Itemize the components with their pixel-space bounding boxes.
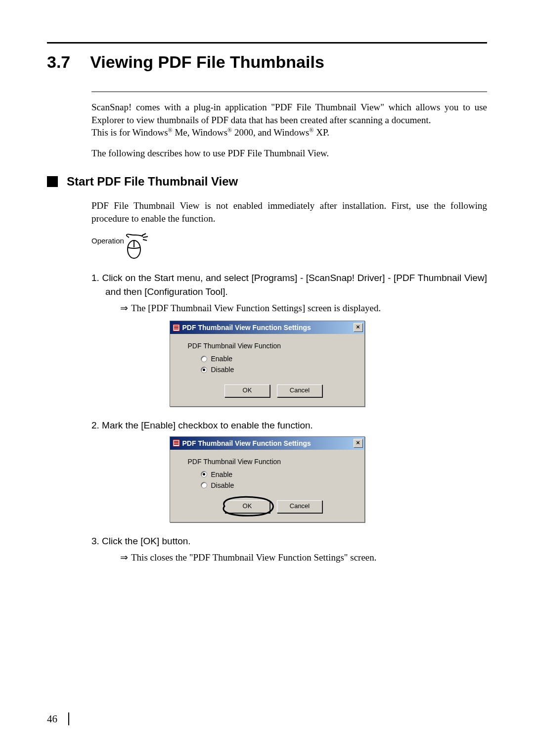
sub-rule xyxy=(91,92,487,92)
step-1-result: ⇒The [PDF Thumbnail View Function Settin… xyxy=(120,302,487,314)
radio-enable[interactable]: Enable xyxy=(194,355,354,363)
operation-label: Operation xyxy=(91,236,124,245)
close-button[interactable]: × xyxy=(354,439,363,448)
square-bullet-icon xyxy=(47,176,58,187)
radio-icon xyxy=(201,356,207,362)
section-title-text: Viewing PDF File Thumbnails xyxy=(90,52,324,71)
intro-paragraph-1: ScanSnap! comes with a plug-in applicati… xyxy=(91,101,487,139)
dialog-body: PDF Thumbnail View Function Enable Disab… xyxy=(170,334,364,406)
section-heading: 3.7Viewing PDF File Thumbnails xyxy=(47,52,487,72)
sub-paragraph: PDF File Thumbnail View is not enabled i… xyxy=(91,199,487,225)
close-button[interactable]: × xyxy=(354,323,363,332)
svg-rect-9 xyxy=(174,444,178,445)
dialog-titlebar: PDF Thumbnail View Function Settings × xyxy=(170,437,364,450)
top-rule xyxy=(47,42,487,44)
radio-disable-label: Disable xyxy=(211,366,234,374)
radio-icon xyxy=(201,367,207,373)
dialog-settings-2: PDF Thumbnail View Function Settings × P… xyxy=(170,436,365,522)
svg-rect-7 xyxy=(174,441,178,442)
section-number: 3.7 xyxy=(47,52,70,72)
step-3: 3. Click the [OK] button. xyxy=(91,534,487,548)
radio-enable-label: Enable xyxy=(211,355,233,363)
svg-rect-3 xyxy=(174,326,178,327)
arrow-icon: ⇒ xyxy=(120,303,128,313)
ok-button[interactable]: OK xyxy=(224,384,270,397)
cancel-button[interactable]: Cancel xyxy=(277,384,322,397)
ok-highlight-wrap: OK xyxy=(224,500,270,513)
radio-disable[interactable]: Disable xyxy=(194,366,354,374)
svg-rect-4 xyxy=(174,327,178,328)
dialog-title: PDF Thumbnail View Function Settings xyxy=(182,439,311,447)
footer-divider xyxy=(68,712,69,725)
dialog-settings-1: PDF Thumbnail View Function Settings × P… xyxy=(170,321,365,407)
radio-disable-label: Disable xyxy=(211,481,234,489)
app-icon xyxy=(173,439,180,447)
ok-button[interactable]: OK xyxy=(224,500,270,513)
dialog-titlebar: PDF Thumbnail View Function Settings × xyxy=(170,321,364,334)
dialog-body: PDF Thumbnail View Function Enable Disab… xyxy=(170,450,364,522)
radio-icon xyxy=(201,471,207,477)
svg-rect-5 xyxy=(174,329,178,330)
mouse-icon xyxy=(125,233,153,260)
radio-disable[interactable]: Disable xyxy=(194,481,354,489)
radio-enable-label: Enable xyxy=(211,471,233,478)
cancel-button[interactable]: Cancel xyxy=(277,500,322,513)
dialog-title: PDF Thumbnail View Function Settings xyxy=(182,324,311,331)
radio-icon xyxy=(201,482,207,488)
arrow-icon: ⇒ xyxy=(120,552,128,563)
subheading-row: Start PDF File Thumbnail View xyxy=(47,175,487,189)
page-footer: 46 xyxy=(47,712,69,725)
intro-paragraph-2: The following describes how to use PDF F… xyxy=(91,147,487,160)
subheading: Start PDF File Thumbnail View xyxy=(67,175,238,189)
svg-rect-8 xyxy=(174,442,178,443)
step-2: 2. Mark the [Enable] checkbox to enable … xyxy=(91,419,487,432)
step-3-result: ⇒This closes the "PDF Thumbnail View Fun… xyxy=(120,552,487,563)
group-label: PDF Thumbnail View Function xyxy=(188,342,354,350)
app-icon xyxy=(173,324,180,331)
radio-enable[interactable]: Enable xyxy=(194,471,354,478)
operation-badge: Operation xyxy=(91,233,151,262)
group-label: PDF Thumbnail View Function xyxy=(188,458,354,466)
step-1: 1. Click on the Start menu, and select [… xyxy=(91,271,487,298)
page-number: 46 xyxy=(47,713,57,725)
